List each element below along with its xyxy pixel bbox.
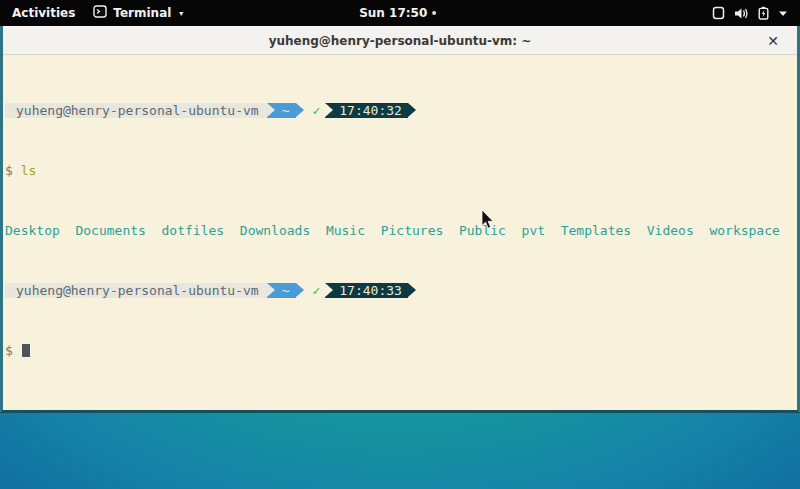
clock-label: Sun 17:50: [359, 6, 427, 20]
prompt-symbol: $: [5, 163, 13, 178]
powerline-separator-icon: [267, 283, 275, 298]
prompt-directory: ~: [275, 103, 297, 118]
app-menu-terminal[interactable]: Terminal ▾: [87, 0, 189, 26]
chevron-down-icon: ▾: [179, 9, 183, 18]
prompt-status-check-icon: ✓: [312, 283, 320, 298]
input-line[interactable]: $: [5, 343, 797, 358]
notification-dot-icon: [432, 11, 436, 15]
prompt-user-host: yuheng@henry-personal-ubuntu-vm: [5, 103, 267, 118]
battery-charging-icon: [758, 6, 769, 20]
close-button[interactable]: ✕: [763, 27, 783, 54]
app-menu-label: Terminal: [113, 6, 171, 20]
text-cursor: [22, 344, 30, 357]
volume-icon: [734, 7, 749, 20]
prompt-symbol: $: [5, 343, 13, 358]
activities-button[interactable]: Activities: [0, 0, 87, 26]
powerline-separator-icon: [408, 103, 416, 118]
system-tray[interactable]: [708, 0, 792, 26]
powerline-separator-icon: [296, 283, 304, 298]
powerline-separator-icon: [296, 103, 304, 118]
prompt-line-1: yuheng@henry-personal-ubuntu-vm ~ ✓ 17:4…: [5, 103, 797, 118]
chevron-down-icon: [778, 10, 788, 17]
prompt-directory: ~: [275, 283, 297, 298]
powerline-separator-icon: [325, 283, 333, 298]
display-icon: [712, 6, 725, 20]
prompt-status-check-icon: ✓: [312, 103, 320, 118]
terminal-app-icon: [93, 5, 107, 21]
spacer: [13, 163, 21, 178]
typed-command: ls: [21, 163, 37, 178]
top-bar: Activities Terminal ▾ Sun 17:50: [0, 0, 800, 26]
window-titlebar[interactable]: yuheng@henry-personal-ubuntu-vm: ~ ✕: [3, 26, 797, 55]
terminal-window: yuheng@henry-personal-ubuntu-vm: ~ ✕ yuh…: [0, 26, 800, 413]
spacer: [13, 343, 21, 358]
prompt-timestamp: 17:40:32: [333, 103, 408, 118]
mouse-pointer-icon: [481, 210, 495, 234]
clock-button[interactable]: Sun 17:50: [359, 0, 436, 26]
powerline-separator-icon: [267, 103, 275, 118]
powerline-separator-icon: [325, 103, 333, 118]
prompt-line-2: yuheng@henry-personal-ubuntu-vm ~ ✓ 17:4…: [5, 283, 797, 298]
powerline-separator-icon: [408, 283, 416, 298]
terminal-content[interactable]: yuheng@henry-personal-ubuntu-vm ~ ✓ 17:4…: [3, 55, 797, 403]
command-line: $ ls: [5, 163, 797, 178]
activities-label: Activities: [12, 6, 75, 20]
prompt-user-host: yuheng@henry-personal-ubuntu-vm: [5, 283, 267, 298]
ls-output-line: Desktop Documents dotfiles Downloads Mus…: [5, 223, 797, 238]
prompt-timestamp: 17:40:33: [333, 283, 408, 298]
window-title: yuheng@henry-personal-ubuntu-vm: ~: [269, 34, 532, 48]
